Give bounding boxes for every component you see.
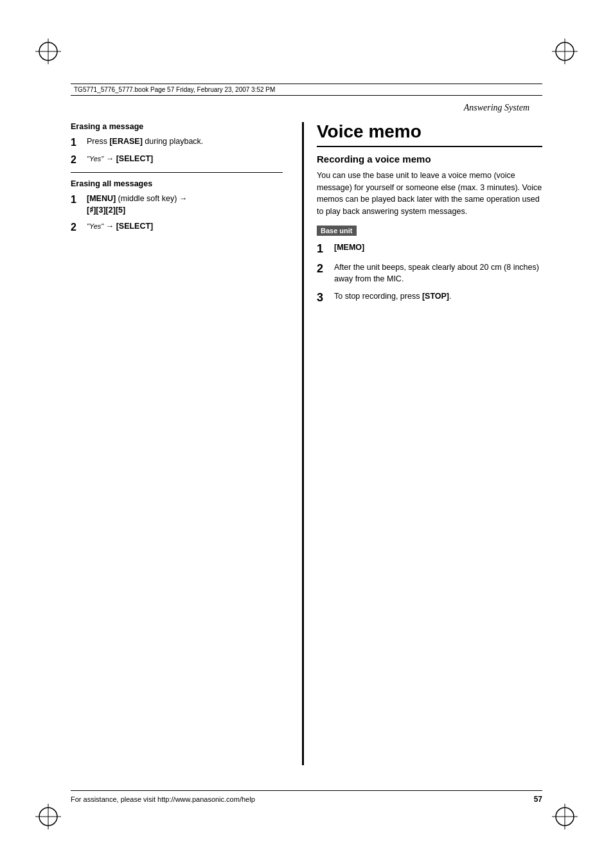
reg-mark-top-right	[552, 39, 578, 64]
footer-text: For assistance, please visit http://www.…	[71, 795, 255, 803]
erasing-message-title: Erasing a message	[71, 122, 283, 131]
right-step-3-content: To stop recording, press [STOP].	[334, 291, 452, 303]
content-area: Erasing a message 1 Press [ERASE] during…	[71, 122, 542, 765]
footer-page-number: 57	[534, 795, 542, 804]
section-title: Answering System	[464, 103, 529, 113]
erase-bold: [ERASE]	[109, 137, 142, 146]
right-step-3-num: 3	[317, 291, 331, 305]
divider-1	[71, 172, 283, 173]
recording-intro: You can use the base unit to leave a voi…	[317, 170, 542, 218]
right-step-2: 2 After the unit beeps, speak clearly ab…	[317, 262, 542, 285]
stop-bold: [STOP]	[422, 292, 449, 301]
header-info-bar: TG5771_5776_5777.book Page 57 Friday, Fe…	[71, 84, 542, 96]
page: TG5771_5776_5777.book Page 57 Friday, Fe…	[0, 0, 613, 868]
menu-bold: [MENU]	[87, 194, 116, 203]
right-step-1-num: 1	[317, 242, 331, 256]
erase-step-2: 2 "Yes" → [SELECT]	[71, 154, 283, 166]
base-unit-badge: Base unit	[317, 226, 357, 236]
erase-all-select: [SELECT]	[116, 222, 154, 231]
erase-yes: "Yes"	[87, 155, 103, 163]
erase-all-step-2-num: 2	[71, 221, 84, 233]
memo-bold: [MEMO]	[334, 243, 364, 252]
erase-all-step-2-content: "Yes" → [SELECT]	[87, 221, 153, 233]
erasing-all-title: Erasing all messages	[71, 179, 283, 188]
right-divider-top	[317, 146, 542, 147]
erase-all-step-1: 1 [MENU] (middle soft key) →[♯][3][2][5]	[71, 193, 283, 216]
erase-all-step-2: 2 "Yes" → [SELECT]	[71, 221, 283, 233]
erase-step-1-num: 1	[71, 136, 84, 148]
erase-step-1-content: Press [ERASE] during playback.	[87, 136, 203, 148]
erase-select: [SELECT]	[116, 154, 154, 163]
erase-all-step-1-content: [MENU] (middle soft key) →[♯][3][2][5]	[87, 193, 187, 216]
hash-bold: [♯][3][2][5]	[87, 206, 125, 215]
erase-all-yes: "Yes"	[87, 222, 103, 230]
erase-all-step-1-num: 1	[71, 193, 84, 206]
right-step-1-content: [MEMO]	[334, 242, 364, 254]
right-step-2-content: After the unit beeps, speak clearly abou…	[334, 262, 542, 285]
erase-step-2-num: 2	[71, 154, 84, 166]
reg-mark-top-left	[35, 39, 61, 64]
right-column: Voice memo Recording a voice memo You ca…	[302, 122, 542, 765]
reg-mark-bottom-right	[552, 804, 578, 829]
footer: For assistance, please visit http://www.…	[71, 790, 542, 804]
erase-step-2-content: "Yes" → [SELECT]	[87, 154, 153, 165]
right-step-3: 3 To stop recording, press [STOP].	[317, 291, 542, 305]
header-info-text: TG5771_5776_5777.book Page 57 Friday, Fe…	[74, 86, 275, 93]
right-step-1: 1 [MEMO]	[317, 242, 542, 256]
left-column: Erasing a message 1 Press [ERASE] during…	[71, 122, 283, 765]
erase-step-1: 1 Press [ERASE] during playback.	[71, 136, 283, 148]
reg-mark-bottom-left	[35, 804, 61, 829]
recording-section-title: Recording a voice memo	[317, 154, 542, 164]
right-step-2-num: 2	[317, 262, 331, 276]
voice-memo-title: Voice memo	[317, 122, 542, 142]
